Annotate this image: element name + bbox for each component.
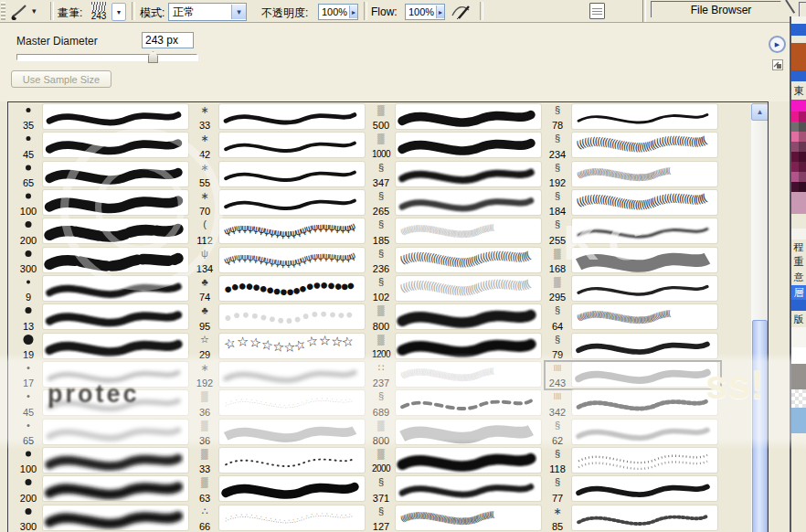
brush-stroke-preview: ((((((((((((((((((((((((((((((((((((((((… bbox=[396, 276, 541, 301]
brush-cell[interactable]: §184((((((((((((((((((((((((((((((((((((… bbox=[545, 189, 721, 218]
options-bar-grip[interactable] bbox=[1, 2, 5, 20]
brush-cell[interactable]: ∷237((((((((((((((((((((((((((((((((((((… bbox=[368, 361, 545, 389]
brush-cell[interactable]: ▒33 bbox=[192, 447, 368, 475]
brush-cell[interactable]: 35 bbox=[16, 103, 192, 132]
brush-cell[interactable]: §62 bbox=[545, 419, 721, 447]
brush-cell[interactable]: §102((((((((((((((((((((((((((((((((((((… bbox=[368, 275, 545, 303]
brush-cell[interactable]: ∗70 bbox=[192, 189, 368, 218]
brush-preset-thumbnail[interactable]: 243 bbox=[88, 1, 110, 21]
brush-tip-spark-icon: ∗ bbox=[553, 505, 561, 516]
brush-cell[interactable]: 200 bbox=[16, 218, 192, 246]
blend-mode-select[interactable]: 正常 ▾ bbox=[168, 3, 247, 21]
brush-cell[interactable]: 45 bbox=[16, 132, 192, 160]
brush-cell[interactable]: ▒36 bbox=[192, 419, 368, 447]
brush-stroke bbox=[396, 104, 537, 129]
brush-size-label: 63 bbox=[199, 493, 210, 504]
brush-cell[interactable]: 200 bbox=[16, 475, 192, 504]
brush-cell[interactable]: §689 bbox=[368, 389, 545, 418]
brush-presets-panel: 35∗33▒500§7845∗42▒1000§234((((((((((((((… bbox=[7, 101, 769, 532]
brush-tip-tex-icon: ▒ bbox=[377, 133, 385, 144]
master-diameter-slider-track[interactable] bbox=[16, 54, 197, 60]
brush-cell[interactable]: ▒800 bbox=[368, 419, 545, 447]
brush-cell[interactable]: 100 bbox=[16, 189, 192, 218]
brush-cell[interactable]: ▒63 bbox=[192, 475, 368, 504]
brush-cell[interactable]: ▒36∴∴∴∴∴∴∴∴∴∴∴∴∴∴∴∴∴∴∴∴∴∴∴∴∴∴∴∴∴∴∴∴∴∴∴∴ bbox=[192, 389, 368, 418]
brush-cell[interactable]: §77 bbox=[545, 475, 721, 504]
brush-cell[interactable]: §118 bbox=[545, 447, 721, 475]
brush-cell[interactable]: 300 bbox=[16, 247, 192, 275]
brush-cell[interactable]: (112ψψψψψψψψψψψψψψψψψψψψψψψψψψψψψψψψψψψψ… bbox=[192, 218, 368, 246]
brush-cell[interactable]: ∗192 bbox=[192, 361, 368, 389]
brush-cell[interactable]: ∗55 bbox=[192, 161, 368, 189]
scroll-up-button[interactable]: ▲ bbox=[751, 103, 769, 121]
brush-cell[interactable]: §64(((((((((((((((((((((((((((((((((((((… bbox=[545, 303, 721, 332]
brush-cell[interactable]: 19 bbox=[16, 333, 192, 361]
scrollbar[interactable]: ▲ bbox=[751, 103, 767, 532]
brush-cell[interactable]: ▒1000 bbox=[368, 132, 545, 160]
brush-cell[interactable]: §347 bbox=[368, 161, 545, 189]
brush-cell[interactable]: ∗33 bbox=[192, 103, 368, 132]
brush-cell[interactable]: ψ134ψψψψψψψψψψψψψψψψψψψψψψψψψψψψψψψψψψψψ… bbox=[192, 247, 368, 275]
brush-cell[interactable]: 45 bbox=[16, 389, 192, 418]
brush-cell[interactable]: ♣95●●●●●●●●●●●●●●●●●●●● bbox=[192, 303, 368, 332]
brush-cell[interactable]: 13 bbox=[16, 303, 192, 332]
brush-cell[interactable]: ♣74●●●●●●●●●●●●●●●●●●●●●●●● bbox=[192, 275, 368, 303]
brush-cell[interactable]: §371 bbox=[368, 475, 545, 504]
master-diameter-slider-thumb[interactable] bbox=[148, 51, 158, 63]
brush-tip-dot-icon bbox=[20, 476, 37, 488]
brush-cell[interactable]: ▒500 bbox=[368, 103, 545, 132]
brush-cell[interactable]: §185((((((((((((((((((((((((((((((((((((… bbox=[368, 218, 545, 246]
brush-tip-zone: 200 bbox=[16, 218, 41, 246]
brush-cell[interactable]: 65 bbox=[16, 419, 192, 447]
brush-tip-zone: 65 bbox=[16, 161, 41, 189]
brush-cell[interactable]: §265 bbox=[368, 189, 545, 218]
brush-cell[interactable]: ||||243 bbox=[545, 361, 721, 389]
brush-cell[interactable]: 65 bbox=[16, 161, 192, 189]
brush-tip-zone: 65 bbox=[16, 419, 41, 447]
brush-cell[interactable]: ∴66∴∴∴∴∴∴∴∴∴∴∴∴∴∴∴∴∴∴∴∴∴∴∴∴∴∴∴∴∴∴∴∴∴∴∴∴ bbox=[192, 505, 368, 532]
toggle-brushes-palette-button[interactable] bbox=[589, 3, 605, 19]
brush-cell[interactable]: 300 bbox=[16, 505, 192, 532]
brush-cell[interactable]: ∗85 bbox=[545, 505, 721, 532]
brush-size-label: 234 bbox=[549, 149, 566, 160]
brush-cell[interactable]: §79 bbox=[545, 333, 721, 361]
brush-cell[interactable]: §236((((((((((((((((((((((((((((((((((((… bbox=[368, 247, 545, 275]
flow-popup-arrow-icon[interactable]: ▸ bbox=[436, 5, 444, 18]
brush-cell[interactable]: 17 bbox=[16, 361, 192, 389]
brush-tip-dot-icon bbox=[20, 190, 37, 202]
brush-stroke-preview bbox=[219, 476, 365, 501]
opacity-popup-arrow-icon[interactable]: ▸ bbox=[349, 5, 357, 18]
brush-cell[interactable]: §127((((((((((((((((((((((((((((((((((((… bbox=[368, 505, 545, 532]
brush-tool-preset-button[interactable]: ▾ bbox=[9, 1, 46, 21]
master-diameter-field[interactable]: 243 px bbox=[142, 32, 194, 48]
brush-cell[interactable]: ||||342 bbox=[545, 389, 721, 418]
brush-cell[interactable]: ∗42 bbox=[192, 132, 368, 160]
brush-cell[interactable]: §234((((((((((((((((((((((((((((((((((((… bbox=[545, 132, 721, 160]
brush-cell[interactable]: ▒1200 bbox=[368, 333, 545, 361]
brush-cell[interactable]: ▒295 bbox=[545, 275, 721, 303]
brush-cell[interactable]: 9 bbox=[16, 275, 192, 303]
scrollbar-thumb[interactable] bbox=[752, 320, 768, 532]
brush-cell[interactable]: ▒168 bbox=[545, 247, 721, 275]
tab-file-browser[interactable]: File Browser bbox=[651, 1, 790, 17]
tab-edge-line bbox=[785, 0, 795, 14]
svg-text:∴∴∴∴∴∴∴∴∴∴∴∴∴∴∴∴∴∴∴∴∴∴∴∴∴∴∴∴∴∴: ∴∴∴∴∴∴∴∴∴∴∴∴∴∴∴∴∴∴∴∴∴∴∴∴∴∴∴∴∴∴∴∴∴∴∴∴ bbox=[219, 390, 354, 410]
opacity-input[interactable]: 100% ▸ bbox=[318, 4, 358, 20]
brush-cell[interactable]: ☆29☆☆☆☆☆☆☆☆☆☆☆☆☆☆ bbox=[192, 333, 368, 361]
airbrush-toggle-button[interactable] bbox=[450, 2, 472, 24]
brush-tip-dot-icon bbox=[20, 448, 37, 460]
brush-stroke-preview bbox=[396, 162, 541, 186]
brush-picker-dropdown-button[interactable]: ▾ bbox=[111, 3, 126, 21]
brush-tip-zone: 13 bbox=[16, 303, 41, 332]
flow-input[interactable]: 100% ▸ bbox=[405, 4, 445, 20]
brush-cell[interactable]: §255 bbox=[545, 218, 721, 246]
brush-cell[interactable]: §78 bbox=[545, 103, 721, 132]
brush-stroke: ψψψψψψψψψψψψψψψψψψψψψψψψψψψψψψψψψψψψψψψψ bbox=[219, 248, 361, 272]
brush-stroke-preview bbox=[43, 218, 188, 243]
use-sample-size-button[interactable]: Use Sample Size bbox=[11, 70, 111, 88]
brush-cell[interactable]: ▒2000 bbox=[368, 447, 545, 475]
file-browser-tab-label: File Browser bbox=[691, 4, 752, 16]
brush-cell[interactable]: ▒800 bbox=[368, 303, 545, 332]
brush-cell[interactable]: 100 bbox=[16, 447, 192, 475]
brush-cell[interactable]: §192((((((((((((((((((((((((((((((((((((… bbox=[545, 161, 721, 189]
